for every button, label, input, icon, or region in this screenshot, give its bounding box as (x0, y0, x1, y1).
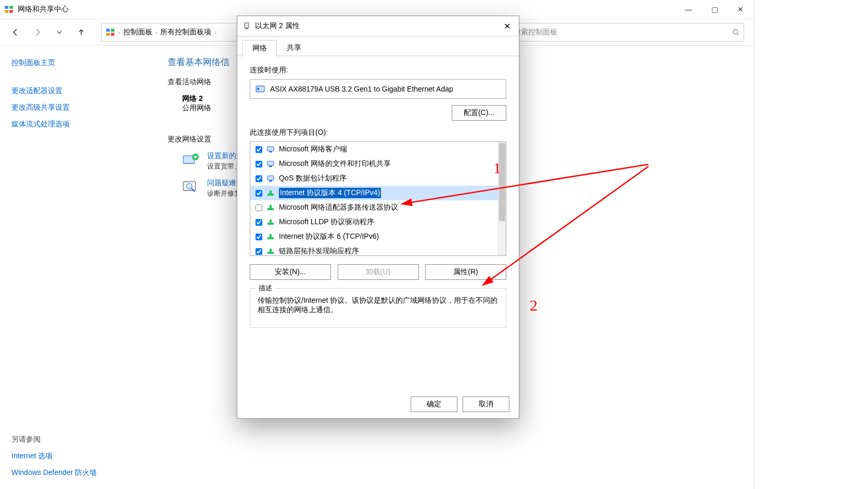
annotation-arrows (0, 0, 754, 489)
svg-line-33 (402, 164, 648, 204)
svg-line-34 (483, 166, 648, 285)
